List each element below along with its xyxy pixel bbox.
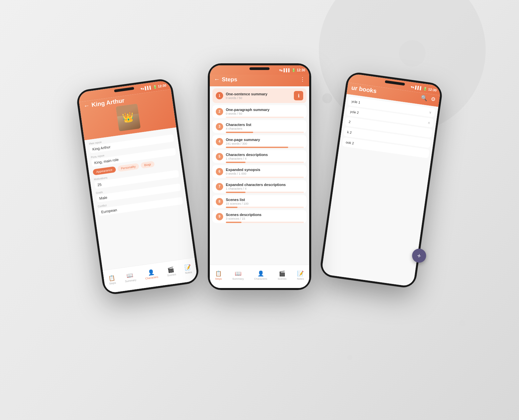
search-icon[interactable]: 🔍 [420,94,428,102]
battery-icon: 🔋 [152,85,157,89]
chevron-icon-1: ∨ [429,110,432,114]
right-header-icons: 🔍 ⚙ [420,94,436,103]
tab-appearance[interactable]: Appearance [92,166,116,175]
center-nav-notes-label: Notes [297,277,304,280]
step-meta-3: 4 characters [226,127,303,130]
step-info-btn-1[interactable]: ℹ [294,91,303,100]
nav-characters-center[interactable]: 👤 Characters [254,270,267,280]
step-content-4: One-page summary 241 words / 300 [226,138,303,145]
signal-icon: ▌▌▌ [144,85,152,90]
center-status-icons: ▾▴ ▌▌▌ 🔋 12:30 [279,68,305,72]
step-content-8: Scenes list 15 scences / 100 [226,198,303,205]
step-meta-8: 15 scences / 100 [226,202,303,205]
nav-summary-left[interactable]: 📖 Summary [124,271,136,283]
step-progress-2 [226,117,304,118]
step-item-7[interactable]: 7 Expanded characters descriptions 1 cha… [212,180,307,193]
step-progress-5 [226,162,304,163]
scenes-icon: 🎬 [167,266,174,273]
center-scenes-icon: 🎬 [279,270,286,277]
step-item-5[interactable]: 5 Characters descriptions 1 characters /… [212,150,307,163]
nav-scenes-left[interactable]: 🎬 Scenes [166,266,176,277]
step-progress-fill-9 [226,222,241,223]
center-characters-icon: 👤 [257,270,264,277]
step-item-3[interactable]: 3 Characters list 4 characters [212,120,307,133]
step-name-9: Scenes descriptions [226,213,303,217]
step-meta-2: 0 words / 50 [226,112,303,115]
back-icon[interactable]: ← [83,102,90,110]
step-meta-4: 241 words / 300 [226,142,303,145]
right-wifi-icon: ▾▴ [411,85,414,89]
step-item-2[interactable]: 2 One-paragraph summary 0 words / 50 [212,105,307,118]
nav-notes-center[interactable]: 📝 Notes [297,270,304,280]
book-name-4: k 2 [347,130,352,134]
center-notes-icon: 📝 [297,270,304,277]
left-status-icons: ▾▴ ▌▌▌ 🔋 12:30 [140,83,167,91]
center-summary-icon: 📖 [235,270,241,277]
step-content-7: Expanded characters descriptions 1 chara… [226,183,303,190]
center-nav-summary-label: Summary [232,277,243,280]
book-name-2: ycle 2 [350,110,359,115]
center-notch [249,67,270,70]
step-item-1[interactable]: 1 One-sentence summary 0 words / 50 ℹ [212,88,307,103]
right-title: ur books [351,84,377,95]
steps-title: Steps [222,76,237,83]
step-progress-fill-7 [226,192,245,193]
step-content-5: Characters descriptions 1 characters / 4 [226,153,303,160]
nav-steps-left[interactable]: 📋 Steps [108,274,116,285]
step-item-6[interactable]: 6 Expanded synopsis 0 words / 1 000 [212,165,307,178]
time-display: 12:30 [157,83,166,88]
book-name-3: 2 [349,120,351,124]
nav-scenes-label: Scenes [167,273,176,277]
step-content-9: Scenes descriptions 3 scences / 15 [226,213,303,220]
step-number-1: 1 [216,92,223,99]
step-name-5: Characters descriptions [226,153,303,157]
step-content-6: Expanded synopsis 0 words / 1 000 [226,168,303,175]
step-progress-4 [226,147,304,148]
center-steps-icon: 📋 [215,270,222,277]
steps-menu-icon[interactable]: ⋮ [300,76,305,83]
bg-decoration-4 [459,320,466,327]
step-progress-9 [226,222,304,223]
phone-center: ▾▴ ▌▌▌ 🔋 12:30 ← Steps ⋮ [208,63,311,290]
step-meta-6: 0 words / 1 000 [226,172,303,175]
nav-steps-center[interactable]: 📋 Steps [215,270,222,280]
step-number-3: 3 [216,123,223,130]
nav-steps-label: Steps [109,281,116,285]
step-item-8[interactable]: 8 Scenes list 15 scences / 100 [212,195,307,208]
center-wifi-icon: ▾▴ [279,68,283,72]
center-status-bar: ▾▴ ▌▌▌ 🔋 12:30 [210,65,309,75]
nav-notes-left[interactable]: 📝 Notes [184,264,192,275]
center-bottom-nav: 📋 Steps 📖 Summary 👤 Characters 🎬 Scenes … [210,265,309,288]
step-progress-8 [226,207,304,208]
step-progress-fill-8 [226,207,237,208]
nav-scenes-center[interactable]: 🎬 Scenes [278,270,287,280]
center-time-display: 12:30 [297,68,305,72]
phones-container: ▾▴ ▌▌▌ 🔋 12:30 ← King Arthur 👑 [109,43,410,377]
step-item-9[interactable]: 9 Scenes descriptions 3 scences / 15 [212,210,307,223]
step-number-9: 9 [216,213,223,220]
step-number-5: 5 [216,153,223,160]
right-time-display: 12:30 [428,87,437,92]
step-content-2: One-paragraph summary 0 words / 50 [226,108,303,115]
nav-characters-left[interactable]: 👤 Characters [144,268,158,280]
tab-personality[interactable]: Personality [117,163,139,172]
step-name-3: Characters list [226,123,303,127]
wifi-icon: ▾▴ [140,86,144,90]
center-signal-icon: ▌▌▌ [284,68,291,72]
characters-icon: 👤 [147,269,154,276]
nav-summary-center[interactable]: 📖 Summary [232,270,243,280]
phone-right: ▾▴ ▌▌▌ 🔋 12:30 ur books 🔍 ⚙ [319,71,443,289]
step-meta-7: 1 characters / 4 [226,187,303,190]
step-number-2: 2 [216,108,223,115]
step-name-2: One-paragraph summary [226,108,303,112]
step-meta-1: 0 words / 50 [226,96,291,100]
settings-icon[interactable]: ⚙ [430,96,436,103]
tab-biography[interactable]: Biogr [140,161,155,169]
step-item-4[interactable]: 4 One-page summary 241 words / 300 [212,135,307,148]
steps-back-icon[interactable]: ← [214,76,220,83]
center-screen: ▾▴ ▌▌▌ 🔋 12:30 ← Steps ⋮ [210,65,309,288]
steps-title-row: ← Steps ⋮ [214,76,305,83]
book-name-1: ycle 1 [351,99,360,104]
step-number-4: 4 [216,138,223,145]
step-number-6: 6 [216,168,223,175]
